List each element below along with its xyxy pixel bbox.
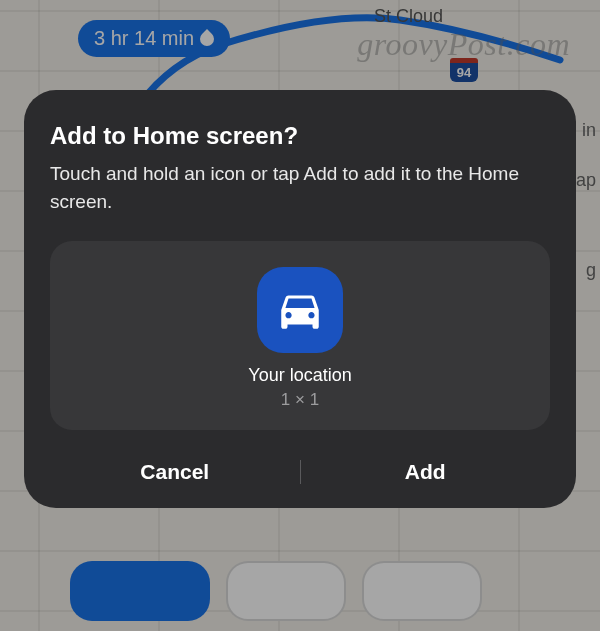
car-icon [257,267,343,353]
add-to-home-dialog: Add to Home screen? Touch and hold an ic… [24,90,576,508]
shortcut-size: 1 × 1 [70,390,530,410]
dialog-actions: Cancel Add [50,436,550,508]
dialog-subtitle: Touch and hold an icon or tap Add to add… [50,160,550,215]
shortcut-label: Your location [70,365,530,386]
dialog-title: Add to Home screen? [50,122,550,150]
cancel-button[interactable]: Cancel [50,436,300,508]
shortcut-preview[interactable]: Your location 1 × 1 [50,241,550,430]
add-button[interactable]: Add [301,436,551,508]
